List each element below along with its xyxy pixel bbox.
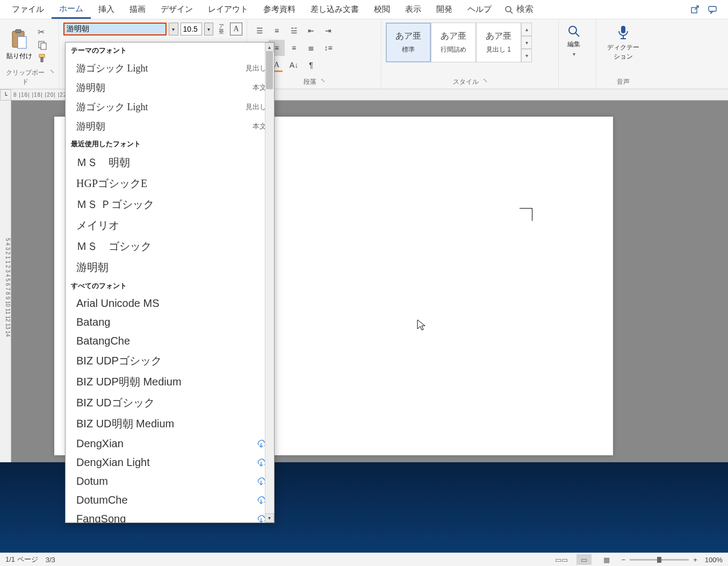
comments-icon[interactable] [707, 4, 718, 16]
font-option[interactable]: 游明朝本文 [66, 117, 274, 136]
font-option[interactable]: 游明朝 [66, 257, 274, 278]
status-page[interactable]: 1/1 ページ [5, 555, 38, 564]
styles-more-icon[interactable]: ▾ [521, 49, 532, 62]
tab-review[interactable]: 校閲 [366, 1, 398, 18]
search-label: 検索 [516, 4, 534, 15]
style-sample: あア亜 [486, 31, 511, 42]
font-option[interactable]: メイリオ [66, 215, 274, 236]
multilevel-icon[interactable]: ☱ [286, 23, 302, 39]
font-option[interactable]: BIZ UDPゴシック [66, 350, 274, 371]
zoom-level[interactable]: 100% [705, 556, 723, 564]
tab-help[interactable]: ヘルプ [460, 1, 499, 18]
font-option[interactable]: ＭＳ 明朝 [66, 152, 274, 173]
styles-launcher[interactable]: ⤡ [483, 77, 487, 87]
font-option[interactable]: FangSong [66, 510, 274, 523]
svg-rect-8 [41, 43, 46, 49]
font-option[interactable]: BatangChe [66, 332, 274, 350]
align-right-icon[interactable]: ≡ [286, 40, 302, 56]
clipboard-icon [10, 29, 28, 51]
view-web-icon[interactable]: ▦ [599, 554, 614, 565]
font-option[interactable]: Batang [66, 313, 274, 332]
font-option[interactable]: DotumChe [66, 491, 274, 510]
font-option[interactable]: ＭＳ ゴシック [66, 236, 274, 257]
status-words[interactable]: 3/3 [46, 556, 55, 564]
view-print-icon[interactable]: ▭ [576, 554, 592, 565]
styles-scroll[interactable]: ▴ ▾ ▾ [521, 23, 532, 62]
zoom-out-icon[interactable]: − [622, 556, 626, 564]
status-bar: 1/1 ページ 3/3 ▭▭ ▭ ▦ − + 100% [0, 553, 728, 566]
phonetic-guide-icon[interactable]: ア亜 [215, 23, 228, 35]
clipboard-launcher[interactable]: ⤡ [50, 68, 54, 87]
tab-view[interactable]: 表示 [398, 1, 429, 18]
align-justify-icon[interactable]: ≣ [303, 40, 319, 56]
line-spacing-icon[interactable]: ↕≡ [320, 40, 336, 56]
paste-button[interactable]: 貼り付け [4, 27, 34, 63]
group-clipboard: 貼り付け ✂ クリップボード⤡ [0, 19, 59, 89]
font-option[interactable]: 游ゴシック Light見出し [66, 97, 274, 117]
tab-insert[interactable]: 挿入 [91, 1, 122, 18]
tab-references[interactable]: 参考資料 [256, 1, 303, 18]
scroll-down-icon[interactable]: ▾ [521, 36, 532, 49]
tab-home[interactable]: ホーム [52, 1, 91, 19]
style-label: 見出し 1 [486, 45, 511, 54]
dictation-button[interactable]: ディクテーション [601, 23, 646, 63]
share-icon[interactable] [689, 4, 701, 16]
microphone-icon [617, 25, 629, 41]
font-option[interactable]: BIZ UDP明朝 Medium [66, 371, 274, 392]
paragraph-launcher[interactable]: ⤡ [321, 77, 325, 87]
style-nospacing[interactable]: あア亜 行間詰め [431, 23, 476, 62]
scroll-down-icon[interactable]: ▾ [265, 513, 274, 522]
font-size-dropdown[interactable]: ▾ [204, 23, 213, 35]
scroll-up-icon[interactable]: ▴ [265, 42, 274, 52]
font-option[interactable]: Dotum [66, 472, 274, 491]
scroll-thumb[interactable] [266, 52, 273, 89]
bullets-icon[interactable]: ☰ [251, 23, 268, 39]
numbering-icon[interactable]: ≡ [269, 23, 285, 39]
tab-draw[interactable]: 描画 [122, 1, 153, 18]
zoom-slider[interactable]: − + [622, 556, 697, 564]
view-read-icon[interactable]: ▭▭ [554, 554, 569, 565]
copy-icon[interactable] [38, 40, 47, 50]
tab-mailings[interactable]: 差し込み文書 [303, 1, 366, 18]
font-option[interactable]: HGPゴシックE [66, 173, 274, 194]
font-option[interactable]: BIZ UDゴシック [66, 392, 274, 413]
font-name-input[interactable] [63, 23, 167, 35]
char-border-icon[interactable]: A [230, 23, 242, 35]
font-name-dropdown[interactable]: ▾ [169, 23, 178, 35]
cut-icon[interactable]: ✂ [38, 27, 47, 37]
dictation-label: ディクテーション [605, 43, 641, 61]
sort-icon[interactable]: A↓ [286, 57, 302, 73]
font-option[interactable]: DengXian [66, 434, 274, 453]
ruler-vertical: 5 4 3 2 1 1 2 3 4 5 6 7 8 9 10 11 12 13 … [0, 101, 11, 471]
style-label: 標準 [402, 45, 415, 54]
font-option[interactable]: 游明朝本文 [66, 78, 274, 97]
tab-developer[interactable]: 開発 [429, 1, 460, 18]
tab-file[interactable]: ファイル [4, 1, 52, 18]
search-icon [567, 25, 580, 38]
tab-layout[interactable]: レイアウト [200, 1, 256, 18]
tab-design[interactable]: デザイン [153, 1, 200, 18]
group-styles: あア亜 標準 あア亜 行間詰め あア亜 見出し 1 ▴ ▾ ▾ スタイル⤡ [381, 19, 559, 89]
indent-dec-icon[interactable]: ⇤ [303, 23, 319, 39]
font-option[interactable]: 游ゴシック Light見出し [66, 59, 274, 78]
font-option[interactable]: Arial Unicode MS [66, 294, 274, 313]
format-painter-icon[interactable] [38, 53, 47, 63]
svg-line-12 [575, 33, 579, 37]
font-size-input[interactable] [181, 23, 202, 35]
showhide-icon[interactable]: ¶ [303, 57, 319, 73]
group-edit: 編集 ▾ [559, 19, 596, 89]
edit-button[interactable]: 編集 ▾ [563, 23, 585, 59]
svg-line-1 [510, 11, 513, 13]
zoom-in-icon[interactable]: + [693, 556, 697, 564]
tab-selector[interactable]: └ [0, 89, 11, 101]
style-heading1[interactable]: あア亜 見出し 1 [476, 23, 521, 62]
style-sample: あア亜 [441, 31, 466, 42]
style-normal[interactable]: あア亜 標準 [386, 23, 431, 62]
scroll-up-icon[interactable]: ▴ [521, 23, 532, 36]
font-option[interactable]: BIZ UD明朝 Medium [66, 413, 274, 434]
search-box[interactable]: 検索 [499, 4, 539, 15]
font-option[interactable]: DengXian Light [66, 453, 274, 472]
dd-scrollbar[interactable]: ▴ ▾ [265, 42, 274, 522]
indent-inc-icon[interactable]: ⇥ [320, 23, 336, 39]
font-option[interactable]: ＭＳ Ｐゴシック [66, 194, 274, 215]
